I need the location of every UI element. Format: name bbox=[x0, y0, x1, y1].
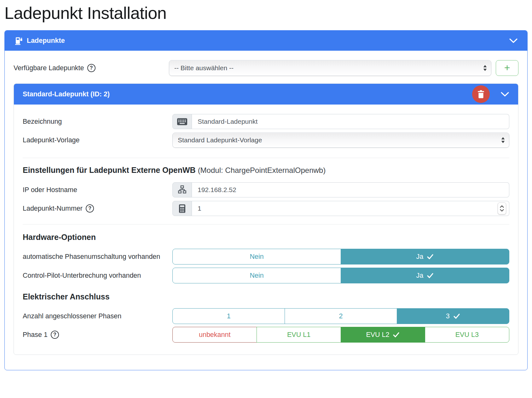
vorlage-select[interactable]: Standard Ladepunkt-Vorlage bbox=[172, 133, 509, 148]
chargepoint-number-row: Ladepunkt-Nummer ? bbox=[23, 201, 509, 216]
chargepoint-number-input[interactable] bbox=[192, 201, 509, 216]
phase1-evu-l1-button[interactable]: EVU L1 bbox=[257, 327, 341, 343]
card-title: Ladepunkte bbox=[27, 37, 65, 45]
phase-count-label: Anzahl angeschlossener Phasen bbox=[23, 312, 121, 320]
phase1-unknown-button[interactable]: unbekannt bbox=[172, 327, 257, 343]
ladepunkte-card: Ladepunkte Verfügbare Ladepunkte ? -- Bi… bbox=[4, 30, 528, 370]
help-icon[interactable]: ? bbox=[86, 204, 94, 213]
phase-count-3-button[interactable]: 3 bbox=[397, 308, 509, 324]
available-chargepoints-row: Verfügbare Ladepunkte ? -- Bitte auswähl… bbox=[14, 60, 518, 76]
control-pilot-row: Control-Pilot-Unterbrechung vorhanden Ne… bbox=[23, 268, 509, 283]
ip-row: IP oder Hostname bbox=[23, 182, 509, 197]
select-arrows-icon bbox=[483, 65, 487, 71]
check-icon bbox=[427, 253, 434, 260]
settings-heading-module: (Modul: ChargePointExternalOpenwb) bbox=[198, 166, 326, 174]
chargepoint-card: Standard-Ladepunkt (ID: 2) bbox=[14, 83, 518, 355]
divider bbox=[23, 224, 509, 225]
vorlage-label: Ladepunkt-Vorlage bbox=[23, 136, 80, 144]
phase-switching-no-button[interactable]: Nein bbox=[172, 249, 341, 264]
add-chargepoint-button[interactable]: + bbox=[496, 60, 518, 76]
vorlage-row: Ladepunkt-Vorlage Standard Ladepunkt-Vor… bbox=[23, 133, 509, 148]
divider bbox=[23, 158, 509, 158]
available-chargepoints-label: Verfügbare Ladepunkte bbox=[14, 64, 84, 72]
settings-heading: Einstellungen für Ladepunkt Externe Open… bbox=[23, 166, 509, 175]
phase-switching-row: automatische Phasenumschaltung vorhanden… bbox=[23, 249, 509, 264]
delete-chargepoint-button[interactable] bbox=[472, 85, 490, 103]
number-stepper[interactable] bbox=[498, 202, 506, 214]
chargepoint-number-label: Ladepunkt-Nummer bbox=[23, 205, 83, 213]
phase-count-1-button[interactable]: 1 bbox=[172, 308, 285, 324]
electrical-heading: Elektrischer Anschluss bbox=[23, 292, 509, 301]
phase-count-row: Anzahl angeschlossener Phasen 1 2 3 bbox=[23, 308, 509, 324]
charging-station-icon bbox=[14, 37, 22, 45]
phase-count-2-button[interactable]: 2 bbox=[285, 308, 397, 324]
trash-icon bbox=[477, 90, 485, 99]
available-chargepoints-select[interactable]: -- Bitte auswählen -- bbox=[169, 60, 491, 76]
check-icon bbox=[427, 272, 434, 279]
chevron-down-icon[interactable] bbox=[509, 38, 518, 43]
ip-input[interactable] bbox=[192, 182, 509, 197]
chargepoint-title: Standard-Ladepunkt (ID: 2) bbox=[23, 90, 110, 98]
check-icon bbox=[393, 332, 400, 338]
phase-switching-yes-button[interactable]: Ja bbox=[341, 249, 509, 264]
phase1-evu-l3-button[interactable]: EVU L3 bbox=[425, 327, 509, 343]
control-pilot-yes-button[interactable]: Ja bbox=[341, 268, 509, 283]
select-value: -- Bitte auswählen -- bbox=[174, 64, 234, 72]
network-icon bbox=[172, 182, 192, 197]
phase1-label: Phase 1 bbox=[23, 331, 48, 339]
select-arrows-icon bbox=[501, 137, 505, 143]
bezeichnung-input[interactable] bbox=[192, 114, 509, 129]
check-icon bbox=[453, 313, 460, 319]
bezeichnung-label: Bezeichnung bbox=[23, 118, 62, 126]
help-icon[interactable]: ? bbox=[51, 331, 59, 339]
hardware-heading: Hardware-Optionen bbox=[23, 233, 509, 242]
page-title: Ladepunkt Installation bbox=[0, 3, 532, 23]
ladepunkte-card-header[interactable]: Ladepunkte bbox=[5, 31, 527, 51]
ip-label: IP oder Hostname bbox=[23, 186, 77, 194]
chargepoint-card-header[interactable]: Standard-Ladepunkt (ID: 2) bbox=[14, 84, 518, 105]
bezeichnung-row: Bezeichnung bbox=[23, 114, 509, 129]
control-pilot-no-button[interactable]: Nein bbox=[172, 268, 341, 283]
chevron-down-icon[interactable] bbox=[500, 92, 509, 97]
keyboard-icon bbox=[172, 114, 192, 129]
control-pilot-label: Control-Pilot-Unterbrechung vorhanden bbox=[23, 272, 141, 280]
phase1-evu-l2-button[interactable]: EVU L2 bbox=[341, 327, 425, 343]
help-icon[interactable]: ? bbox=[87, 64, 95, 72]
settings-heading-title: Einstellungen für Ladepunkt Externe Open… bbox=[23, 166, 196, 174]
calculator-icon bbox=[172, 201, 192, 216]
phase1-row: Phase 1 ? unbekannt EVU L1 EVU bbox=[23, 327, 509, 343]
phase-switching-label: automatische Phasenumschaltung vorhanden bbox=[23, 253, 160, 261]
select-value: Standard Ladepunkt-Vorlage bbox=[178, 136, 262, 144]
